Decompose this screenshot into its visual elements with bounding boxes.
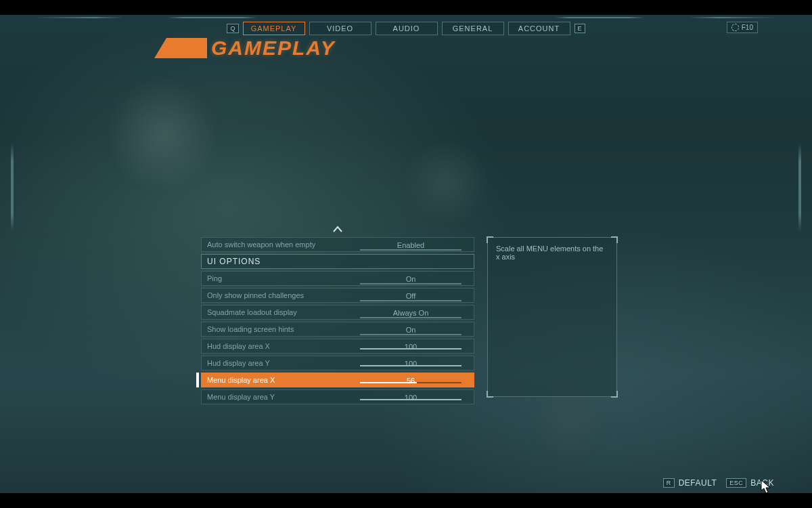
top-frame-edge — [34, 17, 778, 18]
tab-audio[interactable]: AUDIO — [376, 22, 438, 35]
option-row[interactable]: Menu display area Y100 — [201, 389, 474, 404]
option-row[interactable]: Only show pinned challengesOff — [201, 288, 474, 303]
tab-general[interactable]: GENERAL — [442, 22, 504, 35]
option-value[interactable]: 56 — [353, 375, 468, 385]
option-value[interactable]: 100 — [353, 341, 468, 352]
option-row[interactable]: Menu display area X56 — [201, 373, 474, 387]
viewport: Q GAMEPLAYVIDEOAUDIOGENERALACCOUNT E F10… — [0, 15, 812, 493]
option-label: Ping — [207, 274, 353, 282]
option-row[interactable]: Hud display area X100 — [201, 339, 474, 354]
left-frame-edge — [11, 144, 14, 232]
back-label: BACK — [750, 478, 774, 488]
footer-hints: R DEFAULT ESC BACK — [663, 478, 774, 488]
option-label: Hud display area Y — [207, 359, 353, 367]
tab-gameplay[interactable]: GAMEPLAY — [243, 22, 305, 35]
option-label: Menu display area Y — [207, 393, 353, 401]
option-value[interactable]: On — [353, 274, 468, 284]
option-label: Squadmate loadout display — [207, 308, 353, 316]
scroll-up-icon[interactable] — [201, 224, 474, 236]
letterbox-bottom — [0, 493, 812, 508]
page-title: GAMEPLAY — [207, 38, 336, 58]
option-value[interactable]: 100 — [353, 392, 468, 402]
option-label: Menu display area X — [207, 376, 353, 384]
back-key: ESC — [726, 478, 746, 488]
right-frame-edge — [798, 144, 801, 232]
options-panel: Auto switch weapon when emptyEnabledUI O… — [201, 224, 474, 406]
option-row[interactable]: PingOn — [201, 271, 474, 286]
description-text: Scale all MENU elements on the x axis — [488, 238, 616, 268]
option-value[interactable]: On — [353, 324, 468, 335]
default-label: DEFAULT — [679, 478, 717, 488]
option-label: Only show pinned challenges — [207, 291, 353, 299]
option-row[interactable]: Squadmate loadout displayAlways On — [201, 305, 474, 320]
page-title-bar: GAMEPLAY — [154, 38, 336, 58]
tab-row: Q GAMEPLAYVIDEOAUDIOGENERALACCOUNT E — [0, 22, 812, 35]
default-key: R — [663, 478, 675, 488]
prev-tab-key: Q — [227, 24, 238, 33]
option-value[interactable]: Off — [353, 291, 468, 301]
option-value[interactable]: 100 — [353, 358, 468, 368]
next-tab-key: E — [574, 24, 585, 33]
letterbox-top — [0, 0, 812, 15]
tab-video[interactable]: VIDEO — [309, 22, 371, 35]
description-panel: Scale all MENU elements on the x axis — [487, 237, 617, 397]
tab-account[interactable]: ACCOUNT — [508, 22, 570, 35]
option-row[interactable]: Hud display area Y100 — [201, 356, 474, 371]
option-label: Show loading screen hints — [207, 325, 353, 333]
option-row[interactable]: Auto switch weapon when emptyEnabled — [201, 237, 474, 252]
section-header: UI OPTIONS — [201, 254, 474, 269]
option-row[interactable]: Show loading screen hintsOn — [201, 322, 474, 337]
default-button[interactable]: R DEFAULT — [663, 478, 717, 488]
back-button[interactable]: ESC BACK — [726, 478, 774, 488]
option-label: Auto switch weapon when empty — [207, 240, 353, 249]
option-label: Hud display area X — [207, 342, 353, 350]
section-header-label: UI OPTIONS — [207, 257, 468, 266]
option-value[interactable]: Always On — [353, 308, 468, 318]
option-value[interactable]: Enabled — [353, 240, 468, 250]
